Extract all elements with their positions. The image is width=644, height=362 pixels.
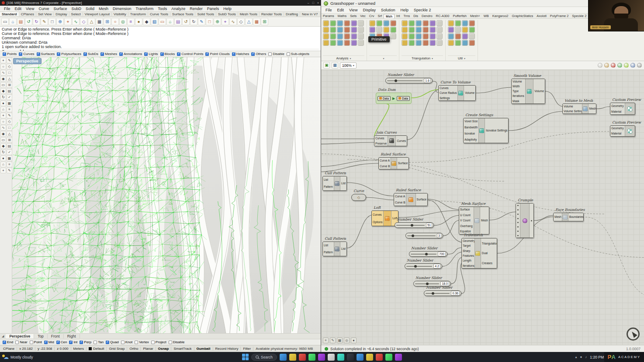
component-cull-pattern[interactable]: Cull PatternListPatternList [322, 241, 347, 256]
menu-item[interactable]: View [346, 8, 360, 12]
component-icon[interactable] [344, 20, 350, 26]
save-file-icon[interactable]: ▤ [17, 18, 24, 25]
component-join-curves[interactable]: Join CurvesCurvesPreserveCurves [374, 135, 407, 146]
polygon-tool-icon[interactable]: ↻ [0, 94, 6, 100]
component-icon[interactable] [390, 20, 396, 26]
grid-settings-icon[interactable]: ◇ [237, 18, 245, 25]
viewport-tab-perspective[interactable]: Perspective [6, 334, 34, 338]
chrome-browser[interactable] [318, 354, 325, 361]
curve-tool-icon[interactable]: ∿ [0, 70, 6, 76]
rhino-app[interactable] [328, 354, 335, 361]
weather-widget[interactable]: ☁ Mostly cloudy [0, 355, 37, 360]
toolbar-group-tab[interactable]: SubD Tools [216, 12, 238, 16]
vscode-app[interactable] [366, 354, 373, 361]
boolean-tool-icon[interactable]: ◉ [0, 131, 6, 137]
selection-filter[interactable]: Sub-objects [287, 52, 309, 56]
input-port[interactable]: Isovalue [464, 132, 478, 135]
status-toggle-grid-snap[interactable]: Grid Snap [107, 347, 127, 351]
checkbox-unchecked[interactable] [287, 52, 290, 56]
input-port[interactable]: Geometry [463, 239, 474, 242]
checkbox-unchecked[interactable] [30, 341, 33, 344]
freeform-tool-icon[interactable]: ✓ [7, 94, 12, 100]
component-icon[interactable] [337, 20, 343, 26]
input-port[interactable]: Features [463, 254, 474, 257]
input-port[interactable]: Options [373, 221, 382, 224]
component-icon[interactable] [337, 33, 343, 39]
checkbox-checked[interactable] [3, 52, 6, 56]
split-tool-icon[interactable]: ◆ [0, 143, 6, 149]
osnap-option[interactable]: Quad [106, 340, 119, 344]
checkbox-checked[interactable] [57, 52, 60, 56]
component-icon[interactable] [436, 27, 443, 33]
ribbon-tab-vec[interactable]: Vec [358, 14, 367, 18]
output-port[interactable]: Isovalue Settings [486, 129, 507, 132]
number-slider[interactable]: Number Slider700 [409, 251, 447, 257]
checkbox-checked[interactable] [144, 52, 148, 56]
checkbox-checked[interactable] [3, 341, 6, 344]
osnap-option[interactable]: Disable [169, 340, 185, 344]
component-icon[interactable] [376, 27, 382, 33]
component-icon[interactable] [344, 40, 350, 46]
input-port[interactable]: Overhang [460, 224, 473, 228]
checkbox-checked[interactable] [106, 341, 109, 344]
component-icon[interactable] [422, 40, 429, 46]
zoom-control[interactable]: 106% ▾ [340, 62, 357, 69]
menu-item[interactable]: Render [187, 7, 205, 11]
slider-groove[interactable] [411, 254, 436, 255]
data-dam[interactable]: Data DamData▶Data [376, 93, 412, 104]
fillet-tool-icon[interactable]: △ [7, 131, 12, 137]
polyline-tool-icon[interactable]: ◉ [0, 76, 6, 82]
menu-item[interactable]: File [2, 7, 13, 11]
component-mesh-surface[interactable]: Mesh SurfaceSurfaceU CountV CountOverhan… [459, 207, 489, 234]
component-icon[interactable] [376, 20, 382, 26]
units-settings-icon[interactable]: △ [245, 18, 253, 25]
selection-filter[interactable]: Disable [268, 52, 284, 56]
input-port[interactable]: Material [611, 110, 624, 113]
point-tool-icon[interactable]: ○ [0, 64, 6, 69]
component-icon[interactable] [358, 27, 364, 33]
delete-icon[interactable]: ∿ [72, 18, 80, 25]
checkbox-unchecked[interactable] [268, 52, 272, 56]
component-group-label[interactable]: Analysis▾ [323, 55, 364, 61]
osnap-option[interactable]: Perp [80, 340, 91, 344]
slider-knob[interactable] [432, 292, 434, 295]
component-icon[interactable] [330, 27, 336, 33]
slider-knob[interactable] [411, 224, 413, 227]
toolbar-group-tab[interactable]: Standard [0, 12, 19, 16]
component-icon[interactable] [351, 40, 357, 46]
toolbar-group-tab[interactable]: Display [54, 12, 69, 16]
output-port[interactable]: Volume [465, 91, 474, 94]
input-port[interactable]: Settings [440, 97, 457, 100]
input-port[interactable]: Material [611, 132, 624, 135]
component-icon[interactable] [330, 33, 336, 39]
input-port[interactable]: Curve A [395, 195, 405, 198]
status-toggle-planar[interactable]: Planar [141, 347, 156, 351]
volume-icon[interactable]: ♪ [585, 355, 587, 359]
output-port[interactable]: Surface [417, 198, 426, 201]
menu-item[interactable]: Tools [156, 7, 169, 11]
osnap-option[interactable]: End [3, 340, 13, 344]
single-point-icon[interactable]: ◇ [7, 64, 12, 69]
input-port[interactable] [517, 231, 519, 232]
array-tool-icon[interactable]: ⌖ [0, 168, 6, 173]
toolbar-group-tab[interactable]: CPlanes [19, 12, 36, 16]
input-port[interactable]: Volume Settings [564, 110, 581, 113]
ribbon-tab-dis[interactable]: Dis [412, 14, 420, 18]
component-icon[interactable] [344, 33, 350, 39]
slider-groove[interactable] [426, 293, 450, 294]
checkbox-checked[interactable] [80, 341, 83, 344]
magnify-icon[interactable]: ◎ [344, 338, 350, 343]
mirror-tool-icon[interactable]: ≡ [7, 162, 12, 167]
split-icon[interactable]: ↻ [190, 18, 197, 25]
component-group-label[interactable]: Triangulation▾ [402, 55, 443, 61]
slider-knob[interactable] [414, 265, 417, 268]
checkbox-unchecked[interactable] [15, 341, 19, 344]
shade-view-icon[interactable]: ≡ [127, 18, 135, 25]
component-icon[interactable] [462, 20, 468, 26]
menu-item[interactable]: Speckle 2 [411, 8, 434, 12]
input-port[interactable] [517, 235, 519, 236]
input-port[interactable]: Mask [512, 100, 524, 103]
gumball-tool-icon[interactable]: ✎ [7, 168, 12, 173]
component-icon[interactable] [469, 40, 475, 46]
input-port[interactable]: Iterations [463, 264, 474, 267]
